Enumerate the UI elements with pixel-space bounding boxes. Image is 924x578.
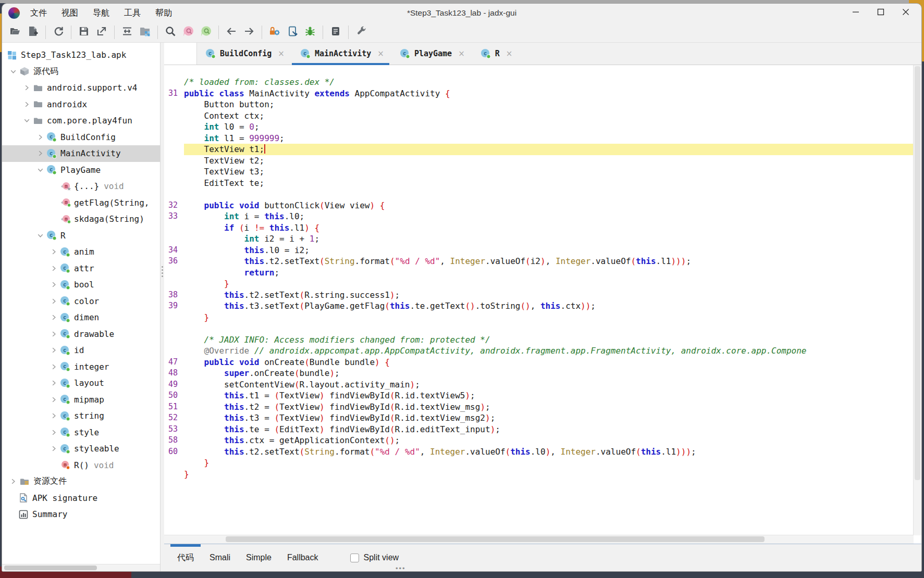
export-button[interactable]: [94, 24, 109, 40]
flatten-packages-button[interactable]: [119, 24, 135, 40]
chevron-right-icon[interactable]: [48, 361, 59, 372]
chevron-right-icon[interactable]: [48, 410, 59, 422]
tree-item-skdaga-method[interactable]: mskdaga(String): [2, 211, 160, 228]
tree-item-r-anim[interactable]: canim: [2, 244, 160, 260]
chevron-right-icon[interactable]: [48, 262, 59, 274]
tree-item-r-color[interactable]: ccolor: [2, 293, 160, 310]
editor-hscrollbar-thumb[interactable]: [226, 536, 765, 542]
tree-item-r-mipmap[interactable]: cmipmap: [2, 392, 160, 408]
chevron-right-icon[interactable]: [48, 426, 59, 438]
open-file-button[interactable]: [7, 24, 23, 40]
minimize-button[interactable]: [843, 4, 868, 22]
chevron-down-icon[interactable]: [34, 230, 46, 241]
forward-icon: [243, 26, 255, 39]
chevron-right-icon[interactable]: [48, 443, 59, 455]
menu-item-file[interactable]: 文件: [23, 4, 54, 22]
tree-item-r-style[interactable]: cstyle: [2, 424, 160, 441]
tree-item-getflag-method[interactable]: mgetFlag(String,: [2, 195, 160, 211]
tree-item-r-attr[interactable]: cattr: [2, 260, 160, 277]
chevron-right-icon[interactable]: [48, 246, 59, 258]
panel-splitter[interactable]: [161, 43, 164, 571]
bottom-tab-simple[interactable]: Simple: [238, 544, 279, 571]
tree-item-r-dimen[interactable]: cdimen: [2, 309, 160, 326]
chevron-right-icon[interactable]: [34, 131, 46, 143]
tab-playgame[interactable]: cPlayGame×: [391, 43, 470, 65]
menu-item-view[interactable]: 视图: [54, 4, 85, 22]
editor-hscrollbar[interactable]: [164, 535, 914, 544]
chevron-down-icon[interactable]: [34, 164, 46, 175]
open-device-button[interactable]: [285, 24, 300, 40]
close-button[interactable]: [893, 4, 918, 22]
tree-item-r-layout[interactable]: clayout: [2, 375, 160, 392]
tree-item-r-id[interactable]: cid: [2, 342, 160, 359]
tab-close-icon[interactable]: ×: [458, 49, 465, 58]
bottom-tab-code[interactable]: 代码: [169, 544, 202, 571]
tree-item-r-integer[interactable]: cinteger: [2, 359, 160, 375]
editor-vscrollbar[interactable]: [913, 65, 921, 535]
tree-item-r-drawable[interactable]: cdrawable: [2, 326, 160, 343]
forward-button[interactable]: [241, 24, 257, 40]
class-search-button[interactable]: [180, 24, 196, 40]
chevron-right-icon[interactable]: [48, 312, 59, 323]
debugger-button[interactable]: [302, 24, 318, 40]
tree-item-android-support-v4[interactable]: android.support.v4: [2, 80, 160, 96]
chevron-right-icon[interactable]: [48, 295, 59, 307]
deobfuscation-button[interactable]: [267, 24, 282, 40]
tab-close-icon[interactable]: ×: [506, 49, 513, 58]
tree-item-androidx[interactable]: androidx: [2, 96, 160, 113]
chevron-right-icon[interactable]: [48, 328, 59, 340]
menu-item-tools[interactable]: 工具: [117, 4, 148, 22]
menu-item-navigation[interactable]: 导航: [85, 4, 117, 22]
save-all-button[interactable]: [76, 24, 92, 40]
tree-item-apk-signature[interactable]: APK signature: [2, 490, 160, 507]
log-viewer-button[interactable]: [328, 24, 343, 40]
maximize-button[interactable]: [868, 4, 893, 22]
sidebar-hscrollbar[interactable]: [2, 564, 160, 571]
chevron-down-icon[interactable]: [7, 66, 19, 77]
chevron-right-icon[interactable]: [48, 378, 59, 389]
preferences-button[interactable]: [353, 24, 369, 40]
tree-item-r-bool[interactable]: cbool: [2, 277, 160, 293]
tab-close-icon[interactable]: ×: [278, 49, 285, 58]
add-files-button[interactable]: [25, 24, 41, 40]
chevron-right-icon[interactable]: [7, 476, 19, 487]
chevron-right-icon[interactable]: [48, 394, 59, 405]
menu-item-help[interactable]: 帮助: [148, 4, 179, 22]
tree-item-r-string[interactable]: cstring: [2, 408, 160, 424]
chevron-down-icon[interactable]: [21, 115, 32, 127]
editor-vscrollbar-thumb[interactable]: [915, 66, 920, 480]
tree-item-r-constructor[interactable]: mR()void: [2, 457, 160, 474]
code-viewport[interactable]: /* loaded from: classes.dex */31public c…: [164, 65, 914, 535]
tree-item-playgame[interactable]: cPlayGame: [2, 162, 160, 179]
text-search-button[interactable]: [163, 24, 178, 40]
comment-search-button[interactable]: [198, 24, 214, 40]
tree-item-mainactivity[interactable]: cMainActivity: [2, 145, 160, 162]
tab-r[interactable]: cR×: [472, 43, 518, 65]
tree-item-com-pore-play4fun[interactable]: com.pore.play4fun: [2, 112, 160, 129]
tab-close-icon[interactable]: ×: [377, 49, 384, 58]
tab-mainactivity[interactable]: cMainActivity×: [292, 43, 389, 65]
split-view-checkbox[interactable]: [350, 554, 359, 562]
tree-item-source-code[interactable]: 源代码: [2, 64, 160, 80]
chevron-right-icon[interactable]: [21, 98, 32, 110]
chevron-right-icon[interactable]: [34, 148, 46, 159]
code-editor[interactable]: /* loaded from: classes.dex */31public c…: [164, 65, 921, 544]
bottom-tab-fallback[interactable]: Fallback: [279, 544, 326, 571]
bottom-splitter-handle[interactable]: •••: [396, 566, 406, 571]
reload-button[interactable]: [51, 24, 66, 40]
show-packages-button[interactable]: [137, 24, 153, 40]
tree-item-clinit-method[interactable]: m{...}void: [2, 178, 160, 195]
tab-buildconfig[interactable]: cBuildConfig×: [197, 43, 290, 65]
tree-item-r-styleable[interactable]: cstyleable: [2, 441, 160, 457]
tree-item-r-class[interactable]: cR: [2, 228, 160, 244]
tree-item-summary[interactable]: Summary: [2, 506, 160, 523]
chevron-right-icon[interactable]: [48, 345, 59, 356]
tree-item-resources[interactable]: 资源文件: [2, 473, 160, 490]
chevron-right-icon[interactable]: [48, 279, 59, 291]
sidebar-hscrollbar-thumb[interactable]: [4, 566, 97, 570]
tree-item-apk-root[interactable]: Step3_Task123_lab.apk: [2, 47, 160, 64]
back-button[interactable]: [224, 24, 239, 40]
tree-item-buildconfig[interactable]: cBuildConfig: [2, 129, 160, 146]
bottom-tab-smali[interactable]: Smali: [202, 544, 238, 571]
chevron-right-icon[interactable]: [21, 82, 32, 94]
